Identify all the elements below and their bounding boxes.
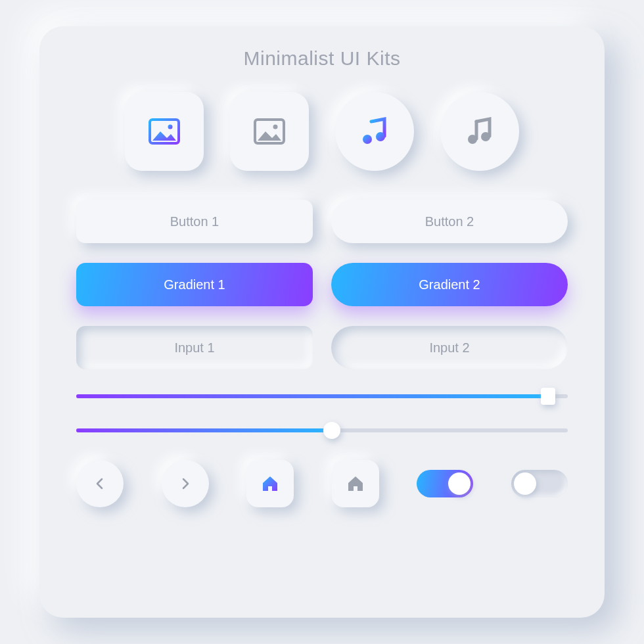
icon-tile-row xyxy=(76,92,568,171)
chevron-left-icon xyxy=(93,477,106,490)
gradient-button-1[interactable]: Gradient 1 xyxy=(76,263,313,306)
input-row: Input 1 Input 2 xyxy=(76,326,568,369)
toggle-off[interactable] xyxy=(511,470,568,497)
image-icon xyxy=(252,114,287,149)
home-icon xyxy=(260,474,280,494)
svg-point-4 xyxy=(363,135,372,144)
ui-kit-panel: Minimalist UI Kits xyxy=(39,26,605,618)
button-1[interactable]: Button 1 xyxy=(76,200,313,243)
toggle-knob xyxy=(514,472,536,495)
page-title: Minimalist UI Kits xyxy=(76,47,568,70)
button-2[interactable]: Button 2 xyxy=(331,200,568,243)
prev-button[interactable] xyxy=(76,460,124,507)
image-icon xyxy=(147,114,181,149)
slider-1[interactable] xyxy=(76,389,568,403)
slider-fill xyxy=(76,394,548,398)
input-1[interactable]: Input 1 xyxy=(76,326,313,369)
svg-point-6 xyxy=(468,135,477,144)
svg-point-5 xyxy=(376,132,385,141)
music-icon xyxy=(463,115,496,148)
music-icon xyxy=(358,115,391,148)
toggle-knob xyxy=(448,472,471,495)
slider-handle[interactable] xyxy=(541,388,555,405)
home-button-inactive[interactable] xyxy=(332,460,379,507)
svg-point-7 xyxy=(481,132,490,141)
music-tile-gradient[interactable] xyxy=(335,92,414,171)
gradient-button-row: Gradient 1 Gradient 2 xyxy=(76,263,568,306)
slider-handle[interactable] xyxy=(323,422,340,439)
bottom-controls xyxy=(76,460,568,507)
slider-2[interactable] xyxy=(76,423,568,438)
plain-button-row: Button 1 Button 2 xyxy=(76,200,568,243)
svg-point-1 xyxy=(168,125,173,129)
gradient-button-2[interactable]: Gradient 2 xyxy=(331,263,568,306)
next-button[interactable] xyxy=(162,460,209,507)
music-tile-muted[interactable] xyxy=(440,92,519,171)
slider-group xyxy=(76,389,568,438)
image-tile-muted[interactable] xyxy=(230,92,309,171)
chevron-right-icon xyxy=(179,477,192,490)
slider-fill xyxy=(76,428,332,432)
svg-point-3 xyxy=(273,125,278,129)
image-tile-gradient[interactable] xyxy=(125,92,204,171)
toggle-on[interactable] xyxy=(417,470,473,497)
home-button-active[interactable] xyxy=(246,460,294,507)
input-2[interactable]: Input 2 xyxy=(331,326,568,369)
home-icon xyxy=(346,474,365,494)
